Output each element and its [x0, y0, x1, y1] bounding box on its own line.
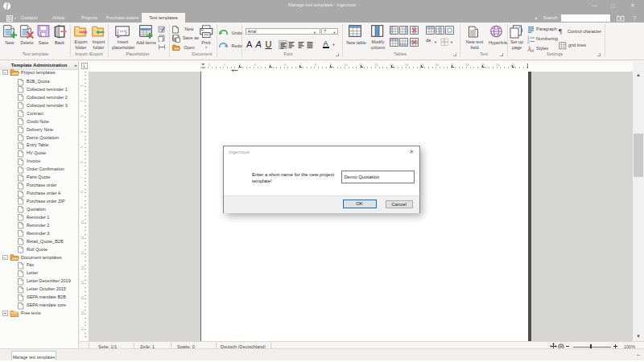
svg-text:}: } [125, 28, 127, 35]
svg-text:A: A [530, 48, 535, 53]
svg-text:{: { [117, 28, 119, 35]
svg-text:2: 2 [527, 39, 530, 43]
